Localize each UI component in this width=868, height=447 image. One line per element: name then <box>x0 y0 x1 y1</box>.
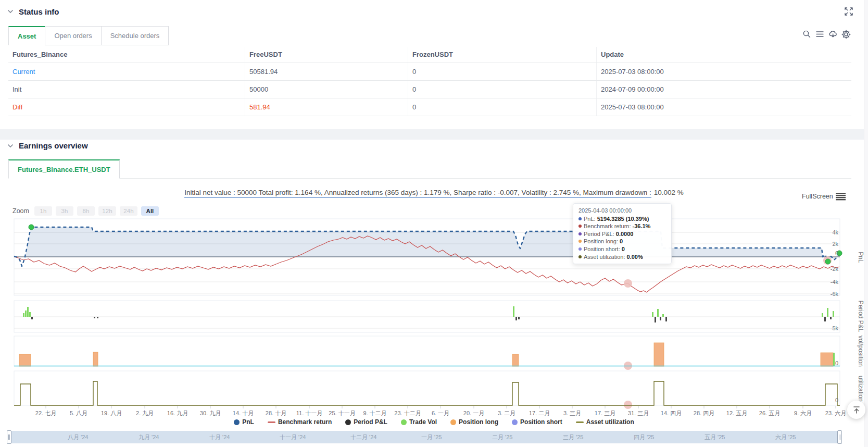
svg-text:3. 二月: 3. 二月 <box>498 410 515 416</box>
svg-text:23. 十二月: 23. 十二月 <box>394 410 421 416</box>
dz-label: 十二月 '24 <box>350 433 376 441</box>
position-short-legend-marker-icon <box>512 419 518 425</box>
svg-text:2. 九月: 2. 九月 <box>136 410 154 416</box>
period-pnl-bars <box>23 306 834 322</box>
tooltip-row-asset-utilization: Asset utilization: 0.00% <box>578 253 666 261</box>
asset-utilization-legend-marker-icon <box>576 421 584 423</box>
back-to-top-icon <box>852 406 861 414</box>
svg-text:17. 二月: 17. 二月 <box>529 410 550 416</box>
y-axis-labels: 4k 2k 0 -2k -4k -6k -5k 0 0 <box>831 229 839 403</box>
svg-text:vol/position: vol/position <box>857 336 864 367</box>
benchmark-legend-marker-icon <box>268 421 275 423</box>
svg-text:17. 三月: 17. 三月 <box>595 410 615 416</box>
dz-label: 九月 '24 <box>139 433 159 441</box>
tooltip-row-position-short: Position short: 0 <box>578 245 666 253</box>
svg-text:-5k: -5k <box>831 325 839 331</box>
svg-text:28. 十月: 28. 十月 <box>266 410 286 416</box>
svg-text:14. 十月: 14. 十月 <box>233 410 254 416</box>
trade-vol-legend-marker-icon <box>401 419 407 425</box>
dz-label: 三月 '25 <box>563 433 583 441</box>
svg-text:25. 十一月: 25. 十一月 <box>329 410 355 416</box>
position-short-dot-icon <box>578 247 582 251</box>
asset-utilization-dot-icon <box>578 255 582 258</box>
pnl-dot-icon <box>578 217 582 220</box>
svg-text:-4k: -4k <box>831 279 839 285</box>
x-axis-labels: 22. 七月 5. 八月 19. 八月 2. 九月 16. 九月 30. 九月 … <box>35 410 846 416</box>
dz-label: 十一月 '24 <box>280 433 306 441</box>
page: Status info Asset Open orders Schedule o… <box>0 0 868 447</box>
svg-text:23. 六月: 23. 六月 <box>825 410 846 416</box>
dz-label: 四月 '25 <box>634 433 654 441</box>
svg-text:31. 三月: 31. 三月 <box>628 410 649 416</box>
svg-text:14. 四月: 14. 四月 <box>661 410 682 416</box>
svg-text:26. 五月: 26. 五月 <box>759 410 780 416</box>
svg-text:11. 十一月: 11. 十一月 <box>296 410 323 416</box>
benchmark-dot-icon <box>578 225 582 228</box>
datazoom-left-handle[interactable] <box>7 430 11 444</box>
pnl-legend-marker-icon <box>234 419 240 425</box>
svg-text:-2k: -2k <box>831 266 839 272</box>
period-pnl-dot-icon <box>578 232 582 235</box>
dz-label: 二月 '25 <box>492 433 512 441</box>
svg-text:0: 0 <box>835 250 838 256</box>
asset-utilization-line <box>14 381 840 405</box>
svg-text:5. 八月: 5. 八月 <box>70 410 87 416</box>
dz-label: 十月 '24 <box>209 433 230 441</box>
svg-text:16. 九月: 16. 九月 <box>167 410 188 416</box>
legend-position-short[interactable]: Position short <box>512 418 562 426</box>
svg-text:PnL: PnL <box>857 252 864 263</box>
svg-text:20. 一月: 20. 一月 <box>463 410 484 416</box>
legend-benchmark-return[interactable]: Benchmark return <box>268 418 332 426</box>
svg-text:Period P&L: Period P&L <box>857 301 864 332</box>
svg-text:9. 六月: 9. 六月 <box>794 410 812 416</box>
tooltip-row-benchmark: Benchmark return: -36.1% <box>578 222 666 230</box>
tooltip-row-pnl: PnL: 5194.3285 (10.39%) <box>578 215 666 223</box>
svg-text:6. 一月: 6. 一月 <box>432 410 449 416</box>
legend-position-long[interactable]: Position long <box>450 418 498 426</box>
dz-label: 一月 '25 <box>421 433 442 441</box>
svg-text:0: 0 <box>835 360 838 366</box>
tooltip-date: 2025-04-03 00:00:00 <box>578 207 666 215</box>
earnings-chart[interactable]: 4k 2k 0 -2k -4k -6k -5k 0 0 PnL Period P… <box>0 0 868 447</box>
y-axis-names: PnL Period P&L vol/position utilization <box>857 252 864 402</box>
svg-text:3. 三月: 3. 三月 <box>563 410 581 416</box>
tooltip-row-position-long: Position long: 0 <box>578 238 666 245</box>
datazoom-slider[interactable]: 八月 '24 九月 '24 十月 '24 十一月 '24 十二月 '24 一月 … <box>9 431 839 443</box>
svg-text:4k: 4k <box>832 229 838 235</box>
position-long-dot-icon <box>578 240 582 243</box>
svg-text:12. 五月: 12. 五月 <box>726 410 747 416</box>
svg-text:2k: 2k <box>832 241 838 247</box>
chart-legend: PnL Benchmark return Period P&L Trade Vo… <box>0 418 868 426</box>
svg-text:22. 七月: 22. 七月 <box>35 410 56 416</box>
chart-tooltip: 2025-04-03 00:00:00 PnL: 5194.3285 (10.3… <box>573 203 672 264</box>
datazoom-right-handle[interactable] <box>837 430 842 444</box>
tooltip-row-period-pnl: Period P&L: 0.0000 <box>578 230 666 238</box>
legend-asset-utilization[interactable]: Asset utilization <box>576 418 634 426</box>
svg-text:utilization: utilization <box>857 376 864 402</box>
svg-text:-6k: -6k <box>831 291 839 297</box>
dz-label: 六月 '25 <box>775 433 796 441</box>
position-long-bars <box>19 343 833 366</box>
x-axis-ticks <box>46 406 836 408</box>
position-long-legend-marker-icon <box>450 419 456 425</box>
legend-trade-vol[interactable]: Trade Vol <box>401 418 437 426</box>
svg-text:9. 十二月: 9. 十二月 <box>363 410 386 416</box>
svg-text:28. 四月: 28. 四月 <box>694 410 714 416</box>
back-to-top-button[interactable] <box>847 401 865 419</box>
trade-vol-bar <box>833 353 835 366</box>
svg-text:0: 0 <box>835 397 838 403</box>
period-pnl-legend-marker-icon <box>345 419 351 425</box>
svg-text:19. 八月: 19. 八月 <box>101 410 122 416</box>
dz-label: 五月 '25 <box>705 433 725 441</box>
legend-period-pnl[interactable]: Period P&L <box>345 418 387 426</box>
page-scrollbar[interactable] <box>864 0 868 447</box>
svg-text:30. 九月: 30. 九月 <box>200 410 221 416</box>
dz-label: 八月 '24 <box>68 433 88 441</box>
legend-pnl[interactable]: PnL <box>234 418 254 426</box>
